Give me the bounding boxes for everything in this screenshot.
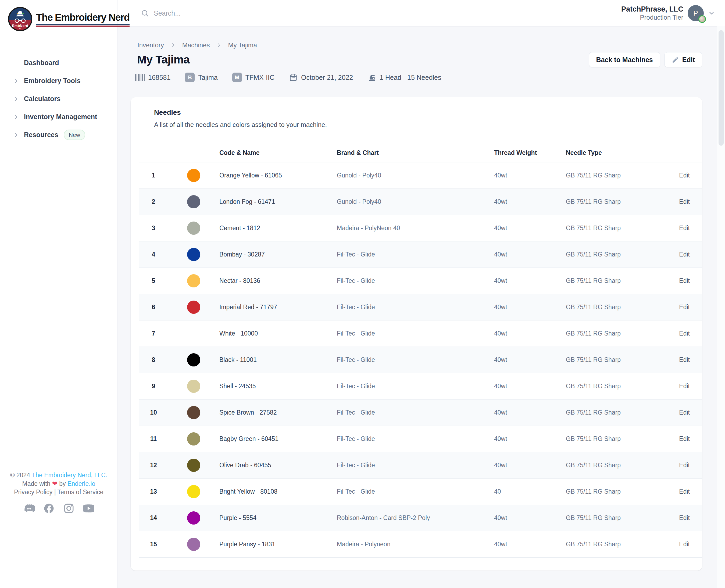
edit-link[interactable]: Edit (679, 277, 690, 284)
search-placeholder: Search... (154, 9, 180, 17)
sidebar: EmbNerd — ★ — The Embroidery Nerd Dashbo… (0, 0, 118, 588)
machine-meta: 168581 B Tajima M TFMX-IIC October 21, 2… (135, 72, 702, 82)
edit-link[interactable]: Edit (679, 198, 690, 205)
sidebar-footer: © 2024 The Embroidery Nerd, LLC. Made wi… (0, 471, 118, 514)
avatar[interactable]: P (688, 5, 704, 21)
edit-link[interactable]: Edit (679, 356, 690, 363)
sidebar-item-label: Resources (24, 131, 58, 139)
thread-code-name: London Fog - 61471 (219, 198, 337, 205)
sidebar-item-label: Calculators (24, 95, 61, 103)
edit-link[interactable]: Edit (679, 251, 690, 258)
edit-link[interactable]: Edit (679, 330, 690, 337)
scrollbar-thumb[interactable] (719, 30, 724, 146)
breadcrumb-item: My Tajima (228, 41, 257, 49)
pencil-icon (672, 56, 679, 63)
thread-weight: 40wt (494, 435, 566, 443)
color-swatch (187, 485, 200, 498)
edit-link[interactable]: Edit (679, 383, 690, 390)
back-to-machines-button[interactable]: Back to Machines (589, 52, 660, 67)
legal-links[interactable]: Privacy Policy | Terms of Service (0, 488, 118, 496)
facebook-icon[interactable] (43, 503, 55, 514)
thread-weight: 40wt (494, 514, 566, 522)
needle-type: GB 75/11 RG Sharp (566, 303, 664, 311)
thread-brand-chart: Madeira - Polyneon (337, 541, 494, 548)
table-row: 5 Nectar - 80136 Fil-Tec - Glide 40wt GB… (139, 268, 702, 294)
instagram-icon[interactable] (63, 503, 74, 514)
table-row: 4 Bombay - 30287 Fil-Tec - Glide 40wt GB… (139, 241, 702, 268)
enderle-link[interactable]: Enderle.io (67, 480, 95, 487)
needle-type: GB 75/11 RG Sharp (566, 514, 664, 522)
color-swatch (187, 459, 200, 472)
table-row: 3 Cement - 1812 Madeira - PolyNeon 40 40… (139, 215, 702, 241)
thread-brand-chart: Fil-Tec - Glide (337, 488, 494, 495)
account-menu[interactable]: PatchPhrase, LLC Production Tier P (621, 0, 715, 26)
edit-link[interactable]: Edit (679, 435, 690, 442)
color-swatch (187, 300, 200, 314)
thread-weight: 40wt (494, 251, 566, 258)
thread-code-name: White - 10000 (219, 330, 337, 337)
org-tier: Production Tier (621, 14, 683, 22)
needle-number: 13 (139, 488, 168, 495)
meta-brand: B Tajima (185, 72, 217, 82)
breadcrumb-item[interactable]: Machines (182, 41, 210, 49)
sidebar-item-dashboard[interactable]: Dashboard (0, 54, 117, 72)
page-scrollbar[interactable] (717, 26, 725, 588)
meta-heads: 1 Head - 15 Needles (367, 73, 441, 82)
color-swatch (187, 327, 200, 340)
edit-link[interactable]: Edit (679, 225, 690, 231)
sidebar-item-calculators[interactable]: Calculators (0, 90, 117, 108)
youtube-icon[interactable] (83, 503, 94, 514)
main-content: InventoryMachinesMy Tajima My Tajima Bac… (118, 26, 725, 570)
edit-link[interactable]: Edit (679, 172, 690, 179)
thread-code-name: Cement - 1812 (219, 225, 337, 232)
thread-weight: 40wt (494, 330, 566, 337)
social-links (0, 503, 118, 514)
color-swatch (187, 432, 200, 445)
breadcrumb-item[interactable]: Inventory (137, 41, 164, 49)
needle-number: 9 (139, 383, 168, 390)
table-row: 6 Imperial Red - 71797 Fil-Tec - Glide 4… (139, 294, 702, 320)
edit-link[interactable]: Edit (679, 541, 690, 548)
edit-link[interactable]: Edit (679, 514, 690, 521)
sidebar-item-resources[interactable]: ResourcesNew (0, 126, 117, 144)
table-row: 9 Shell - 24535 Fil-Tec - Glide 40wt GB … (139, 373, 702, 400)
needle-number: 15 (139, 541, 168, 548)
color-swatch (187, 353, 200, 366)
edit-button[interactable]: Edit (664, 52, 702, 67)
thread-weight: 40wt (494, 383, 566, 390)
needles-card: Needles A list of all the needles and co… (131, 97, 702, 570)
edit-link[interactable]: Edit (679, 488, 690, 495)
app-logo[interactable]: EmbNerd — ★ — The Embroidery Nerd (8, 7, 130, 31)
needle-type: GB 75/11 RG Sharp (566, 541, 664, 548)
needle-type: GB 75/11 RG Sharp (566, 488, 664, 495)
color-swatch (187, 222, 200, 235)
thread-brand-chart: Fil-Tec - Glide (337, 251, 494, 258)
org-name: PatchPhrase, LLC (621, 5, 683, 14)
embroidery-machine-icon (16, 11, 25, 17)
avatar-status-badge (698, 15, 706, 23)
needle-type: GB 75/11 RG Sharp (566, 172, 664, 179)
thread-brand-chart: Madeira - PolyNeon 40 (337, 225, 494, 232)
logo-badge-text: EmbNerd (9, 24, 31, 28)
sidebar-item-inventory-management[interactable]: Inventory Management (0, 108, 117, 126)
chevron-down-icon[interactable] (708, 10, 715, 17)
search-input[interactable]: Search... (141, 0, 383, 26)
thread-brand-chart: Gunold - Poly40 (337, 172, 494, 179)
edit-link[interactable]: Edit (679, 303, 690, 311)
made-with-line: Made with ❤ by Enderle.io (0, 479, 118, 488)
model-badge-icon: M (232, 72, 242, 82)
thread-weight: 40wt (494, 541, 566, 548)
footer-brand-link[interactable]: The Embroidery Nerd, LLC. (32, 471, 107, 479)
thread-code-name: Purple - 5554 (219, 514, 337, 522)
edit-link[interactable]: Edit (679, 409, 690, 416)
discord-icon[interactable] (23, 503, 35, 514)
edit-link[interactable]: Edit (679, 462, 690, 469)
color-swatch (187, 248, 200, 261)
table-row: 13 Bright Yellow - 80108 Fil-Tec - Glide… (139, 479, 702, 505)
needle-type: GB 75/11 RG Sharp (566, 462, 664, 469)
thread-brand-chart: Robison-Anton - Card SBP-2 Poly (337, 514, 494, 522)
thread-weight: 40wt (494, 225, 566, 232)
table-row: 15 Purple Pansy - 1831 Madeira - Polyneo… (139, 531, 702, 558)
sidebar-item-embroidery-tools[interactable]: Embroidery Tools (0, 72, 117, 90)
meta-serial: 168581 (135, 74, 170, 82)
